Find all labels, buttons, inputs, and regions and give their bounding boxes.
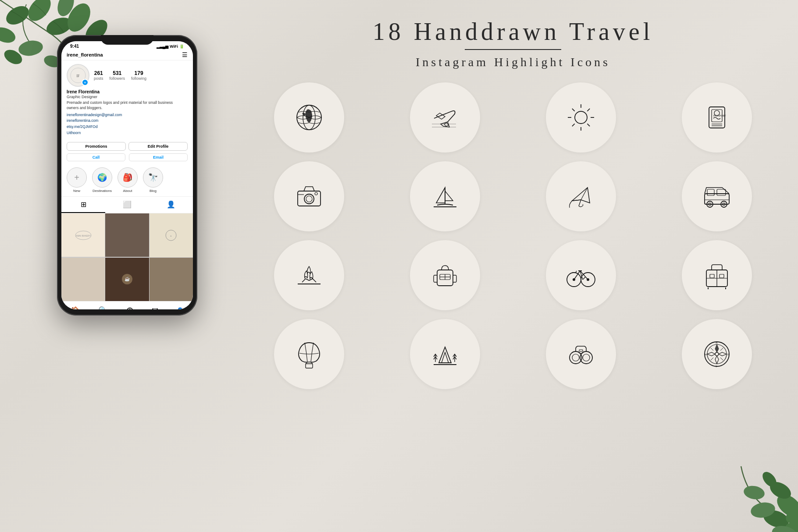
icon-tent <box>410 319 480 389</box>
ig-menu-icon: ☰ <box>182 51 188 58</box>
ig-username: irene_florentina <box>67 52 103 57</box>
ig-avatar: IF + <box>67 64 89 87</box>
ig-profile-name: Irene Florentina <box>67 89 188 94</box>
ig-nav-home[interactable]: 🏠 <box>71 306 80 309</box>
svg-text:★: ★ <box>170 235 172 237</box>
main-title-line1: 18 Handdrawn Travel <box>237 18 789 46</box>
svg-point-32 <box>575 111 587 124</box>
svg-line-40 <box>572 124 575 126</box>
ig-action-buttons: Promotions Edit Profile <box>61 139 193 153</box>
icon-sailboat <box>410 161 480 231</box>
ig-stat-following: 179 following <box>131 70 146 81</box>
icon-campervan <box>682 161 752 231</box>
ig-nav-profile[interactable]: 👤 <box>176 307 184 309</box>
svg-rect-55 <box>717 189 726 195</box>
ig-grid-cell-6[interactable] <box>150 258 193 301</box>
ig-highlight-new-label: New <box>73 189 80 193</box>
ig-email-button[interactable]: Email <box>129 153 188 161</box>
ig-grid-cell-4[interactable] <box>61 258 105 301</box>
ig-photo-grid: AMAI BAKERY ★ <box>61 213 193 301</box>
ig-highlight-blog[interactable]: 🔭 Blog <box>143 167 163 193</box>
battery-icon: 🔋 <box>179 44 184 49</box>
phone-screen: 9:41 ▂▃▄▅ WiFi 🔋 irene_florentina ☰ <box>61 41 193 309</box>
svg-text:W: W <box>705 353 707 356</box>
ig-highlight-new-circle: + <box>67 167 87 188</box>
svg-line-90 <box>720 348 723 350</box>
svg-text:IF: IF <box>76 74 80 78</box>
svg-line-89 <box>711 348 713 350</box>
svg-line-38 <box>587 124 590 126</box>
svg-text:PASSPORT: PASSPORT <box>713 114 726 117</box>
svg-point-3 <box>0 25 18 46</box>
ig-promotions-button[interactable]: Promotions <box>67 142 126 151</box>
ig-grid-cell-3[interactable]: ★ <box>150 213 193 257</box>
svg-point-84 <box>583 354 590 361</box>
ig-grid-cell-1[interactable]: AMAI BAKERY <box>61 213 105 257</box>
svg-line-39 <box>587 108 590 111</box>
ig-nav-create[interactable]: ⊕ <box>126 305 134 309</box>
right-content-area: 18 Handdrawn Travel Instagram Highlight … <box>237 18 789 389</box>
phone-mockup: 9:41 ▂▃▄▅ WiFi 🔋 irene_florentina ☰ <box>57 35 197 320</box>
svg-point-1 <box>24 0 55 25</box>
icon-backpack <box>410 240 480 310</box>
ig-highlight-destinations-circle: 🌍 <box>92 167 112 188</box>
ig-nav-search[interactable]: 🔍 <box>98 306 108 309</box>
ig-highlight-about[interactable]: 🎒 About <box>118 167 138 193</box>
ig-highlight-blog-label: Blog <box>150 189 157 193</box>
ig-stat-followers: 531 followers <box>110 70 125 81</box>
status-icons: ▂▃▄▅ WiFi 🔋 <box>157 44 184 49</box>
svg-text:E: E <box>727 353 729 356</box>
ig-highlight-new[interactable]: + New <box>67 167 87 193</box>
icon-airplane <box>410 82 480 153</box>
svg-point-50 <box>315 192 317 195</box>
svg-point-49 <box>306 196 312 202</box>
ig-nav-messages[interactable]: ✉ <box>152 306 158 309</box>
svg-rect-77 <box>306 364 313 368</box>
main-title-section: 18 Handdrawn Travel Instagram Highlight … <box>237 18 789 69</box>
svg-line-91 <box>711 358 713 360</box>
title-divider <box>465 49 561 50</box>
wifi-icon: WiFi <box>170 44 178 49</box>
icon-hot-air-balloon <box>274 319 344 389</box>
icon-compass: N S W E <box>682 319 752 389</box>
signal-icon: ▂▃▄▅ <box>157 44 168 49</box>
main-title-line2: Instagram Highlight Icons <box>237 55 789 69</box>
svg-text:S: S <box>716 365 717 368</box>
svg-rect-73 <box>710 274 714 278</box>
ig-grid-cell-2[interactable] <box>105 213 149 257</box>
svg-point-48 <box>304 194 314 204</box>
svg-text:AMAI BAKERY: AMAI BAKERY <box>76 234 91 237</box>
phone-notch <box>101 35 153 45</box>
svg-line-92 <box>720 358 723 360</box>
ig-content-tabs: ⊞ ⬜ 👤 <box>61 197 193 213</box>
ig-tab-tagged[interactable]: 👤 <box>149 197 193 213</box>
ig-edit-profile-button[interactable]: Edit Profile <box>128 142 188 151</box>
ig-profile-title: Graphic Designer <box>67 95 188 99</box>
ig-call-button[interactable]: Call <box>67 153 125 161</box>
icon-campfire <box>274 240 344 310</box>
ig-tab-grid[interactable]: ⊞ <box>61 197 105 213</box>
status-time: 9:41 <box>70 44 79 49</box>
ig-highlight-about-label: About <box>123 189 132 193</box>
ig-stats: 261 posts 531 followers 179 following <box>94 70 146 81</box>
ig-grid-cell-5[interactable]: ☕ <box>105 258 149 301</box>
icon-passport: PASSPORT <box>682 82 752 153</box>
icon-sun <box>546 82 616 153</box>
ig-followers-count: 531 <box>110 70 125 76</box>
svg-point-4 <box>17 39 44 57</box>
svg-rect-54 <box>707 189 714 195</box>
ig-following-label: following <box>131 76 146 81</box>
ig-bottom-nav: 🏠 🔍 ⊕ ✉ 👤 <box>61 301 193 309</box>
ig-highlight-destinations[interactable]: 🌍 Destinations <box>92 167 112 193</box>
svg-rect-74 <box>720 274 724 278</box>
ig-profile-section: IF + 261 posts 531 followers <box>61 60 193 139</box>
icon-camera <box>274 161 344 231</box>
ig-tab-reels[interactable]: ⬜ <box>105 197 149 213</box>
svg-point-16 <box>743 484 766 501</box>
icon-suitcase <box>682 240 752 310</box>
phone-outer: 9:41 ▂▃▄▅ WiFi 🔋 irene_florentina ☰ <box>57 35 197 316</box>
plant-bottomright-decoration <box>688 422 798 532</box>
ig-highlight-blog-circle: 🔭 <box>143 167 163 188</box>
ig-highlight-about-circle: 🎒 <box>118 167 138 188</box>
ig-followers-label: followers <box>110 76 125 81</box>
